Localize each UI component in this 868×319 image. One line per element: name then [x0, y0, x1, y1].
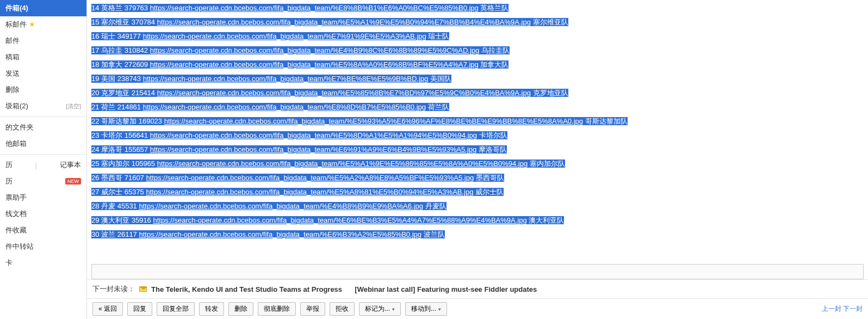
row-value: 310842: [125, 46, 150, 54]
mail-content[interactable]: 14 英格兰 379763 https://search-operate.cdn…: [87, 0, 868, 261]
selected-text[interactable]: 14 英格兰 379763 https://search-operate.cdn…: [91, 4, 509, 12]
data-row: 22 哥斯达黎加 169023 https://search-operate.c…: [87, 114, 868, 128]
selected-text[interactable]: 26 墨西哥 71607 https://search-operate.cdn.…: [91, 174, 504, 182]
next-subject-sender[interactable]: The Telerik, Kendo UI and Test Studio Te…: [151, 285, 342, 293]
delete-button[interactable]: 删除: [228, 302, 253, 316]
selected-text[interactable]: 25 塞内加尔 105965 https://search-operate.cd…: [91, 160, 565, 168]
row-url-link[interactable]: https://search-operate.cdn.bcebos.com/fi…: [150, 4, 479, 12]
back-button[interactable]: « 返回: [92, 302, 123, 316]
row-name: 波兰: [101, 230, 117, 238]
row-url-link[interactable]: https://search-operate.cdn.bcebos.com/fi…: [150, 145, 477, 154]
row-index: 29: [91, 216, 101, 224]
row-url-link[interactable]: https://search-operate.cdn.bcebos.com/fi…: [164, 117, 583, 125]
row-url-link[interactable]: https://search-operate.cdn.bcebos.com/fi…: [143, 32, 426, 40]
reject-button[interactable]: 拒收: [330, 302, 355, 316]
mark-as-select[interactable]: 标记为...▾: [359, 302, 401, 316]
row-name: 威尔士: [101, 188, 125, 196]
row-url-link[interactable]: https://search-operate.cdn.bcebos.com/fi…: [157, 18, 531, 26]
sidebar-item[interactable]: 发送: [0, 65, 86, 82]
row-url-link[interactable]: https://search-operate.cdn.bcebos.com/fi…: [150, 131, 477, 139]
sidebar-item[interactable]: 标邮件★: [0, 16, 86, 33]
sidebar-item[interactable]: 邮件: [0, 33, 86, 49]
selected-text[interactable]: 28 丹麦 45531 https://search-operate.cdn.b…: [91, 202, 447, 210]
sidebar-item[interactable]: 线文档: [0, 206, 86, 222]
row-url-link[interactable]: https://search-operate.cdn.bcebos.com/fi…: [153, 216, 526, 224]
quick-reply-input[interactable]: [91, 264, 864, 279]
row-url-link[interactable]: https://search-operate.cdn.bcebos.com/fi…: [139, 230, 421, 238]
selected-text[interactable]: 18 加拿大 272609 https://search-operate.cdn…: [91, 60, 509, 69]
row-name: 荷兰: [101, 103, 117, 111]
selected-text[interactable]: 27 威尔士 65375 https://search-operate.cdn.…: [91, 188, 504, 196]
selected-text[interactable]: 21 荷兰 214861 https://search-operate.cdn.…: [91, 103, 449, 111]
row-team: 克罗地亚队: [531, 89, 568, 97]
selected-text[interactable]: 22 哥斯达黎加 169023 https://search-operate.c…: [91, 117, 628, 125]
divider: [0, 116, 86, 117]
row-name: 克罗地亚: [101, 89, 132, 97]
reply-button[interactable]: 回复: [127, 302, 152, 316]
row-url-link[interactable]: https://search-operate.cdn.bcebos.com/fi…: [146, 174, 474, 182]
sidebar-item[interactable]: 件箱(4): [0, 0, 86, 16]
selected-text[interactable]: 23 卡塔尔 156641 https://search-operate.cdn…: [91, 131, 507, 139]
delete-perm-button[interactable]: 彻底删除: [258, 302, 296, 316]
sidebar-item[interactable]: 圾箱(2)[清空]: [0, 98, 86, 114]
selected-text[interactable]: 17 乌拉圭 310842 https://search-operate.cdn…: [91, 46, 510, 54]
reply-all-button[interactable]: 回复全部: [157, 302, 195, 316]
row-index: 23: [91, 131, 101, 139]
row-value: 26117: [117, 230, 139, 238]
selected-text[interactable]: 24 摩洛哥 155657 https://search-operate.cdn…: [91, 145, 507, 154]
sidebar-item-label: 删除: [5, 85, 20, 95]
sidebar-item[interactable]: 稿箱: [0, 49, 86, 65]
row-url-link[interactable]: https://search-operate.cdn.bcebos.com/fi…: [139, 202, 423, 210]
sidebar-item[interactable]: 历|记事本: [0, 157, 86, 173]
sidebar-item[interactable]: 卡: [0, 255, 86, 271]
sidebar-item[interactable]: 件收藏: [0, 222, 86, 238]
report-button[interactable]: 举报: [300, 302, 325, 316]
row-name: 澳大利亚: [101, 216, 132, 224]
clear-link[interactable]: [清空]: [66, 102, 81, 111]
sidebar-item[interactable]: 他邮箱: [0, 136, 86, 152]
data-row: 30 波兰 26117 https://search-operate.cdn.b…: [87, 228, 868, 242]
row-index: 16: [91, 32, 101, 40]
sidebar-sub-b[interactable]: 记事本: [60, 160, 81, 170]
sidebar-item[interactable]: 历NEW: [0, 173, 86, 189]
sidebar-item[interactable]: 票助手: [0, 189, 86, 206]
row-index: 28: [91, 202, 101, 210]
row-name: 墨西哥: [101, 174, 125, 182]
data-row: 25 塞内加尔 105965 https://search-operate.cd…: [87, 157, 868, 171]
selected-text[interactable]: 16 瑞士 349177 https://search-operate.cdn.…: [91, 32, 449, 40]
move-to-select[interactable]: 移动到...▾: [405, 302, 447, 316]
forward-button[interactable]: 转发: [199, 302, 224, 316]
row-url-link[interactable]: https://search-operate.cdn.bcebos.com/fi…: [143, 75, 429, 83]
row-url-link[interactable]: https://search-operate.cdn.bcebos.com/fi…: [143, 103, 426, 111]
row-url-link[interactable]: https://search-operate.cdn.bcebos.com/fi…: [150, 60, 479, 69]
sidebar-item[interactable]: 删除: [0, 82, 86, 98]
row-name: 哥斯达黎加: [101, 117, 139, 125]
prev-mail-link[interactable]: 上一封: [822, 305, 841, 312]
data-row: 21 荷兰 214861 https://search-operate.cdn.…: [87, 100, 868, 114]
row-url-link[interactable]: https://search-operate.cdn.bcebos.com/fi…: [157, 89, 531, 97]
row-value: 238743: [117, 75, 143, 83]
sidebar-item[interactable]: 件中转站: [0, 238, 86, 255]
data-row: 23 卡塔尔 156641 https://search-operate.cdn…: [87, 128, 868, 143]
row-value: 349177: [117, 32, 143, 40]
row-url-link[interactable]: https://search-operate.cdn.bcebos.com/fi…: [150, 46, 480, 54]
data-row: 27 威尔士 65375 https://search-operate.cdn.…: [87, 185, 868, 199]
row-url-link[interactable]: https://search-operate.cdn.bcebos.com/fi…: [157, 160, 528, 168]
next-subject-title[interactable]: [Webinar last call] Featuring must-see F…: [355, 285, 537, 293]
sidebar-sub-a[interactable]: 历: [5, 160, 13, 170]
data-row: 24 摩洛哥 155657 https://search-operate.cdn…: [87, 143, 868, 157]
selected-text[interactable]: 15 塞尔维亚 370784 https://search-operate.cd…: [91, 18, 568, 26]
selected-text[interactable]: 20 克罗地亚 215414 https://search-operate.cd…: [91, 89, 568, 97]
row-value: 169023: [139, 117, 164, 125]
data-row: 26 墨西哥 71607 https://search-operate.cdn.…: [87, 171, 868, 185]
selected-text[interactable]: 29 澳大利亚 35916 https://search-operate.cdn…: [91, 216, 564, 224]
sidebar-item[interactable]: 的文件夹: [0, 119, 86, 136]
row-url-link[interactable]: https://search-operate.cdn.bcebos.com/fi…: [146, 188, 473, 196]
selected-text[interactable]: 30 波兰 26117 https://search-operate.cdn.b…: [91, 230, 445, 238]
row-name: 丹麦: [101, 202, 117, 210]
row-team: 英格兰队: [479, 4, 509, 12]
selected-text[interactable]: 19 美国 238743 https://search-operate.cdn.…: [91, 75, 451, 83]
next-mail-link[interactable]: 下一封: [843, 305, 863, 312]
data-row: 16 瑞士 349177 https://search-operate.cdn.…: [87, 29, 868, 44]
sidebar-item-label: 标邮件★: [5, 20, 35, 29]
